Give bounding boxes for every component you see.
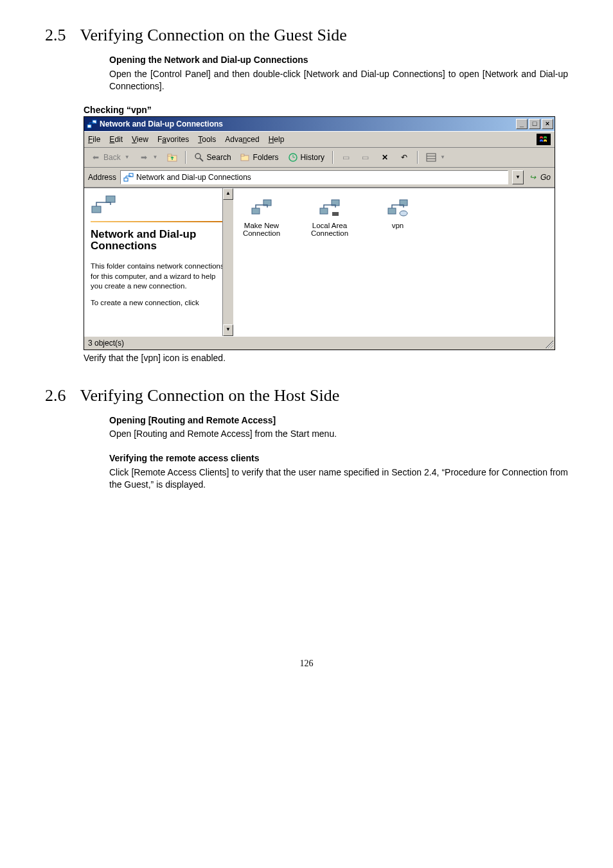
verifying-clients-block: Verifying the remote access clients Clic… <box>109 452 568 492</box>
search-icon <box>194 152 204 163</box>
svg-point-5 <box>195 154 200 159</box>
copy-to-button[interactable]: ▭ <box>358 151 373 164</box>
back-label: Back <box>103 153 121 162</box>
address-field[interactable]: Network and Dial-up Connections <box>120 170 508 184</box>
svg-rect-13 <box>124 178 128 181</box>
svg-rect-19 <box>320 208 328 214</box>
resize-grip[interactable] <box>546 341 553 348</box>
menu-favorites[interactable]: Favorites <box>157 135 189 144</box>
section-2-6-title: 2.6Verifying Connection on the Host Side <box>45 386 568 405</box>
menu-edit[interactable]: Edit <box>109 135 123 144</box>
search-label: Search <box>207 153 231 162</box>
opening-network-block: Opening the Network and Dial-up Connecti… <box>109 54 568 93</box>
conn-item-vpn[interactable]: vpn <box>375 196 421 229</box>
address-label: Address <box>88 173 116 182</box>
left-pane: Network and Dial-up Connections This fol… <box>84 188 233 336</box>
svg-rect-0 <box>87 125 91 128</box>
verifying-clients-body: Click [Remote Access Clients] to verify … <box>109 466 568 492</box>
folders-label: Folders <box>253 153 279 162</box>
up-button[interactable] <box>164 151 180 164</box>
page-number: 126 <box>45 659 568 669</box>
back-button[interactable]: ⬅ Back ▼ <box>88 151 132 164</box>
copy-to-icon: ▭ <box>360 152 371 163</box>
menu-help[interactable]: Help <box>269 135 285 144</box>
svg-point-24 <box>400 211 407 216</box>
svg-rect-22 <box>388 208 396 214</box>
menu-view[interactable]: View <box>132 135 148 144</box>
folders-button[interactable]: Folders <box>238 151 281 164</box>
status-text: 3 object(s) <box>88 339 124 348</box>
svg-rect-2 <box>538 135 549 144</box>
views-button[interactable]: ▼ <box>423 151 448 164</box>
section-num: 2.6 <box>45 386 66 405</box>
go-label: Go <box>540 173 551 182</box>
opening-network-body: Open the [Control Panel] and then double… <box>109 68 568 93</box>
search-button[interactable]: Search <box>191 151 234 164</box>
address-icon <box>123 172 134 182</box>
conn-label: Local Area Connection <box>306 222 353 237</box>
opening-network-subhead: Opening the Network and Dial-up Connecti… <box>109 54 568 67</box>
menu-file[interactable]: File <box>88 135 100 144</box>
network-connections-window: Network and Dial-up Connections _ □ × Fi… <box>84 116 555 350</box>
up-folder-icon <box>167 152 177 163</box>
forward-icon: ➡ <box>139 152 149 163</box>
scroll-up-button[interactable]: ▲ <box>223 188 233 200</box>
move-to-button[interactable]: ▭ <box>339 151 354 164</box>
menu-tools[interactable]: Tools <box>198 135 216 144</box>
window-title: Network and Dial-up Connections <box>100 120 516 128</box>
vpn-icon <box>375 196 421 219</box>
conn-label: Make New Connection <box>238 222 285 237</box>
address-dropdown[interactable]: ▼ <box>512 170 524 184</box>
close-button[interactable]: × <box>542 119 553 129</box>
content-area: Network and Dial-up Connections This fol… <box>84 188 555 336</box>
chevron-down-icon: ▼ <box>440 154 445 160</box>
folders-icon <box>240 152 251 163</box>
move-to-icon: ▭ <box>341 152 351 163</box>
make-new-connection-icon <box>238 196 285 219</box>
section-text: Verifying Connection on the Guest Side <box>80 26 347 44</box>
folder-description: This folder contains network connections… <box>91 261 227 292</box>
titlebar: Network and Dial-up Connections _ □ × <box>84 117 555 131</box>
menubar: File Edit View Favorites Tools Advanced … <box>84 131 555 148</box>
svg-line-6 <box>200 158 203 161</box>
windows-logo-icon <box>537 134 551 145</box>
forward-button[interactable]: ➡ ▼ <box>136 151 161 164</box>
conn-item-local-area[interactable]: Local Area Connection <box>306 196 353 237</box>
history-button[interactable]: History <box>285 151 327 164</box>
folder-large-icon <box>91 193 116 217</box>
section-num: 2.5 <box>45 26 66 44</box>
opening-routing-subhead: Opening [Routing and Remote Access] <box>109 414 568 427</box>
back-icon: ⬅ <box>91 152 101 163</box>
svg-rect-15 <box>92 206 101 213</box>
statusbar: 3 object(s) <box>84 336 555 350</box>
folder-title: Network and Dial-up Connections <box>91 229 227 252</box>
svg-rect-16 <box>106 196 115 202</box>
folder-hint: To create a new connection, click <box>91 298 227 308</box>
toolbar: ⬅ Back ▼ ➡ ▼ Search Folders <box>84 148 555 168</box>
go-button[interactable]: ↪ Go <box>528 172 551 182</box>
chevron-down-icon: ▼ <box>125 154 130 160</box>
conn-label: vpn <box>375 222 421 229</box>
section-2-5-title: 2.5Verifying Connection on the Guest Sid… <box>45 26 568 45</box>
minimize-button[interactable]: _ <box>516 119 528 129</box>
conn-item-make-new[interactable]: Make New Connection <box>238 196 285 237</box>
checking-vpn-head: Checking “vpn” <box>84 105 568 115</box>
gradient-divider <box>91 221 227 222</box>
svg-rect-8 <box>241 154 244 156</box>
address-value: Network and Dial-up Connections <box>136 173 251 182</box>
svg-rect-4 <box>168 154 172 156</box>
history-icon <box>288 152 298 163</box>
svg-rect-17 <box>252 208 260 214</box>
undo-icon: ↶ <box>399 152 409 163</box>
undo-button[interactable]: ↶ <box>396 151 412 164</box>
views-icon <box>426 152 436 163</box>
delete-button[interactable]: ✕ <box>377 151 393 164</box>
history-label: History <box>301 153 324 162</box>
opening-routing-block: Opening [Routing and Remote Access] Open… <box>109 414 568 441</box>
delete-icon: ✕ <box>380 152 390 163</box>
maximize-button[interactable]: □ <box>529 119 540 129</box>
scroll-down-button[interactable]: ▼ <box>223 324 233 336</box>
left-scrollbar[interactable]: ▲ ▼ <box>222 188 233 336</box>
menu-advanced[interactable]: Advanced <box>225 135 259 144</box>
local-area-connection-icon <box>306 196 353 219</box>
